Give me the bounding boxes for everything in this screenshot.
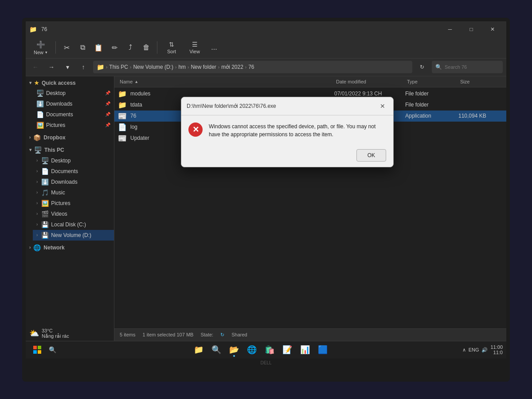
file-type-modules: File folder: [405, 91, 458, 97]
breadcrumb-volume[interactable]: New Volume (D:): [133, 64, 173, 70]
breadcrumb-moi2022[interactable]: mới 2022: [221, 64, 243, 70]
breadcrumb-sep-3: ›: [188, 65, 189, 70]
dropdown-button[interactable]: ▾: [61, 61, 74, 73]
videos-pc-expand: ›: [36, 211, 38, 216]
quick-access-star-icon: ★: [34, 80, 39, 86]
title-bar-left: 📁 76: [29, 26, 47, 33]
col-header-name[interactable]: Name ▲: [118, 78, 334, 85]
sidebar-item-downloads-pc[interactable]: › ⬇️ Downloads: [33, 177, 114, 187]
dialog-close-button[interactable]: ✕: [377, 101, 388, 111]
sidebar-item-desktop-pc[interactable]: › 🖥️ Desktop: [33, 155, 114, 166]
error-icon: ✕: [188, 122, 203, 137]
dialog-body: ✕ Windows cannot access the specified de…: [181, 115, 393, 146]
local-disk-icon: 💾: [41, 221, 48, 228]
time-display: 11:00: [490, 344, 503, 350]
sidebar-item-documents-pc[interactable]: › 📄 Documents: [33, 166, 114, 177]
quick-access-expand-icon: ▾: [29, 80, 31, 85]
taskbar-item-search2[interactable]: 🔍: [208, 342, 224, 358]
breadcrumb-76[interactable]: 76: [248, 64, 254, 70]
this-pc-icon: 🖥️: [34, 146, 42, 154]
paste-button[interactable]: 📋: [91, 40, 106, 55]
breadcrumb-this-pc[interactable]: This PC: [109, 64, 128, 70]
this-pc-expand-icon: ▾: [29, 147, 31, 152]
col-size-label: Size: [460, 79, 469, 84]
cut-button[interactable]: ✂: [59, 40, 74, 55]
desktop-pc-expand: ›: [36, 158, 38, 163]
delete-button[interactable]: 🗑: [139, 40, 153, 55]
more-button[interactable]: ...: [207, 40, 221, 55]
start-button[interactable]: [29, 343, 45, 357]
title-bar: 📁 76 ─ □ ✕: [26, 21, 506, 37]
sidebar-item-local-disk[interactable]: › 💾 Local Disk (C:): [33, 219, 114, 230]
taskbar-item-word[interactable]: 📝: [279, 342, 295, 358]
state-label: State:: [200, 332, 213, 337]
breadcrumb-bar[interactable]: 📁 › This PC › New Volume (D:) › hm › New…: [93, 61, 412, 73]
pictures-qa-label: Pictures: [46, 122, 102, 128]
col-header-size[interactable]: Size: [458, 78, 503, 85]
minimize-button[interactable]: ─: [440, 22, 460, 36]
forward-button[interactable]: →: [45, 61, 58, 73]
col-header-date[interactable]: Date modified: [334, 78, 405, 85]
back-button[interactable]: ←: [29, 61, 42, 73]
taskbar-search-button[interactable]: 🔍: [45, 343, 59, 357]
taskbar-item-store[interactable]: 🛍️: [262, 342, 278, 358]
windows-logo-icon: [33, 346, 41, 354]
taskbar-item-folder[interactable]: 📂: [226, 342, 242, 358]
file-name-updater: Updater: [130, 135, 149, 141]
taskbar-item-app[interactable]: 🟦: [315, 342, 331, 358]
breadcrumb-hm[interactable]: hm: [178, 64, 186, 70]
rename-button[interactable]: ✏: [107, 40, 121, 55]
sidebar-item-desktop-qa[interactable]: 🖥️ Desktop 📌: [33, 88, 114, 99]
col-header-type[interactable]: Type: [405, 78, 458, 85]
taskbar-time: 11:00 11:0: [490, 344, 503, 355]
sidebar-item-pictures-qa[interactable]: 🖼️ Pictures 📌: [33, 120, 114, 130]
col-date-label: Date modified: [336, 79, 366, 84]
sort-button[interactable]: ⇅ Sort: [161, 39, 182, 56]
taskbar-right: ∧ ENG 🔊 11:00 11:0: [462, 344, 503, 355]
breadcrumb-sep-1: ›: [130, 65, 131, 70]
copy-button[interactable]: ⧉: [75, 40, 90, 55]
local-disk-label: Local Disk (C:): [51, 221, 110, 228]
refresh-button[interactable]: ↻: [416, 61, 428, 73]
sidebar-item-videos-pc[interactable]: › 🎬 Videos: [33, 209, 114, 219]
sidebar-item-new-volume[interactable]: › 💾 New Volume (D:): [33, 230, 114, 241]
taskbar-item-edge[interactable]: 🌐: [244, 342, 260, 358]
documents-pc-expand: ›: [36, 169, 38, 174]
app-icon: 📁: [29, 26, 37, 33]
tray-up-icon[interactable]: ∧: [462, 347, 466, 353]
breadcrumb-sep-5: ›: [245, 65, 246, 70]
music-pc-expand: ›: [36, 190, 38, 195]
toolbar: ➕ New ▾ ✂ ⧉ 📋 ✏ ⤴ 🗑 ⇅ Sort: [26, 37, 506, 59]
network-header[interactable]: › 🌐 Network: [26, 242, 114, 253]
up-button[interactable]: ↑: [77, 61, 90, 73]
state-value: Shared: [231, 332, 247, 337]
new-button[interactable]: ➕ New ▾: [29, 39, 52, 57]
file-name-log: log: [130, 124, 137, 130]
close-button[interactable]: ✕: [482, 22, 503, 36]
folder-icon-tdata: 📁: [118, 101, 127, 109]
more-label: ...: [211, 43, 217, 51]
taskbar-item-excel[interactable]: 📊: [297, 342, 313, 358]
dropbox-header[interactable]: › 📦 Dropbox: [26, 132, 114, 143]
share-button[interactable]: ⤴: [123, 40, 137, 55]
sidebar-item-downloads-qa[interactable]: ⬇️ Downloads 📌: [33, 99, 114, 109]
app-icon-updater: 📰: [118, 134, 127, 142]
search-bar[interactable]: 🔍: [432, 61, 503, 73]
maximize-button[interactable]: □: [461, 22, 481, 36]
sidebar-item-music-pc[interactable]: › 🎵 Music: [33, 187, 114, 198]
dialog-ok-button[interactable]: OK: [356, 149, 386, 162]
quick-access-header[interactable]: ▾ ★ Quick access: [26, 78, 114, 88]
taskbar-item-explorer[interactable]: 📁: [191, 342, 207, 358]
state-icon: ↻: [220, 332, 224, 338]
sidebar-item-pictures-pc[interactable]: › 🖼️ Pictures: [33, 198, 114, 209]
search-input[interactable]: [445, 64, 506, 70]
view-button[interactable]: ☰ View: [184, 39, 205, 56]
breadcrumb-newfolder[interactable]: New folder: [191, 64, 216, 70]
quick-access-section: ▾ ★ Quick access 🖥️ Desktop 📌 ⬇️: [26, 78, 114, 130]
dropbox-expand-icon: ›: [29, 135, 31, 140]
new-volume-icon: 💾: [41, 232, 48, 239]
this-pc-header[interactable]: ▾ 🖥️ This PC: [26, 145, 114, 155]
error-dialog: D:\hm\New folder\mới 2022\76\76.exe ✕ ✕ …: [181, 97, 394, 167]
sidebar-item-documents-qa[interactable]: 📄 Documents 📌: [33, 109, 114, 120]
col-name-sort-icon: ▲: [134, 79, 138, 84]
